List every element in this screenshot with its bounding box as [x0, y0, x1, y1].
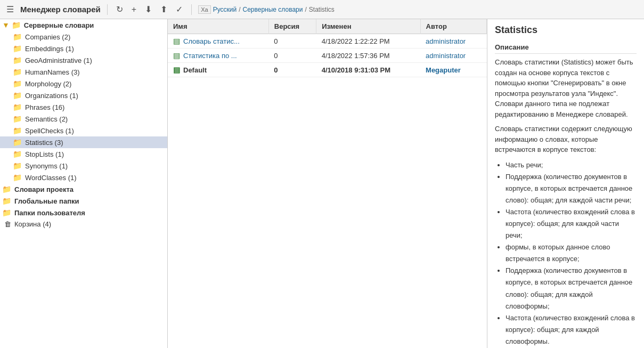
col-version: Версия: [268, 19, 316, 34]
detail-title: Statistics: [495, 25, 637, 38]
toolbar: ☰ Менеджер словарей ↻ + ⬇ ⬆ ✓ Хa Русский…: [0, 0, 644, 19]
sidebar-trash-label: Корзина (4): [14, 220, 51, 228]
detail-panel: Statistics Описание Словарь статистики (…: [487, 19, 644, 348]
col-name: Имя: [168, 19, 268, 34]
trash-icon: 🗑: [4, 220, 11, 228]
breadcrumb-sep2: /: [305, 6, 306, 13]
sidebar-item-project-dicts[interactable]: 📁 Словари проекта: [0, 183, 167, 195]
detail-list-item: Частота (количество вхождений слова в ко…: [506, 206, 637, 241]
sidebar-section-label: Серверные словари: [24, 21, 94, 29]
sidebar-item-spellchecks[interactable]: 📁SpellChecks (1): [0, 125, 167, 136]
sidebar-section-label: Глобальные папки: [14, 197, 79, 205]
sidebar-item-morphology[interactable]: 📁Morphology (2): [0, 78, 167, 90]
breadcrumb-statistics: Statistics: [309, 6, 335, 13]
sidebar-folder-label: Statistics (3): [25, 139, 63, 147]
sidebar-folder-label: Semantics (2): [25, 115, 68, 123]
detail-list-item: Поддержка (количество документов в корпу…: [506, 171, 637, 206]
detail-list-item: формы, в которых данное слово встречаетс…: [506, 241, 637, 265]
row-version: 0: [268, 34, 316, 48]
sidebar-folder-label: Companies (2): [25, 33, 70, 41]
sidebar-item-organizations[interactable]: 📁Organizations (1): [0, 90, 167, 101]
sidebar-folder-label: HumanNames (3): [25, 68, 80, 76]
folder-open-icon: ▼ 📁: [2, 21, 21, 29]
folder-icon: 📁: [13, 68, 22, 76]
sidebar-folder-label: GeoAdministrative (1): [25, 56, 92, 64]
sidebar-folder-label: Synonyms (1): [25, 162, 68, 170]
sidebar-item-server-dicts[interactable]: ▼ 📁 Серверные словари: [0, 19, 167, 31]
app-title: Менеджер словарей: [20, 5, 101, 14]
separator1: [107, 4, 108, 15]
row-name: Статистика по ...: [183, 52, 237, 60]
sidebar-item-phrases[interactable]: 📁Phrases (16): [0, 101, 167, 113]
folder-open-icon: 📁: [2, 185, 11, 193]
row-name: Default: [183, 66, 207, 74]
sidebar-item-companies[interactable]: 📁Companies (2): [0, 31, 167, 43]
sidebar-item-trash[interactable]: 🗑Корзина (4): [0, 218, 167, 230]
table-row[interactable]: ▤Статистика по ...04/18/2022 1:57:36 PMa…: [168, 48, 487, 63]
col-author: Автор: [420, 19, 486, 34]
check-icon[interactable]: ✓: [174, 3, 185, 15]
detail-list-item: Поддержка (количество документов в корпу…: [506, 265, 637, 312]
sidebar-item-synonyms[interactable]: 📁Synonyms (1): [0, 160, 167, 172]
sidebar-item-global-folders[interactable]: 📁 Глобальные папки: [0, 195, 167, 207]
detail-paragraph: Словарь статистики содержит следующую ин…: [495, 124, 637, 155]
row-dict-icon: ▤: [173, 37, 180, 45]
sidebar: ▼ 📁 Серверные словари📁Companies (2)📁Embe…: [0, 19, 168, 348]
sidebar-item-statistics[interactable]: 📁Statistics (3): [0, 136, 167, 148]
sidebar-item-semantics[interactable]: 📁Semantics (2): [0, 113, 167, 125]
folder-icon: 📁: [13, 150, 22, 158]
add-icon[interactable]: +: [129, 4, 138, 15]
detail-list-item: Частота (количество вхождений слова в ко…: [506, 312, 637, 347]
sidebar-item-humannames[interactable]: 📁HumanNames (3): [0, 66, 167, 78]
row-author: administrator: [420, 34, 486, 48]
row-version: 0: [268, 63, 316, 77]
download-icon[interactable]: ⬇: [143, 3, 154, 15]
detail-paragraph: Словарь статистики (Statistics) может бы…: [495, 57, 637, 119]
detail-section-label: Описание: [495, 43, 637, 54]
upload-icon[interactable]: ⬆: [158, 3, 169, 15]
folder-icon: 📁: [13, 115, 22, 123]
menu-icon[interactable]: ☰: [4, 3, 16, 15]
sidebar-item-user-folders[interactable]: 📁 Папки пользователя: [0, 207, 167, 218]
sidebar-section-label: Словари проекта: [14, 185, 74, 193]
sidebar-folder-label: SpellChecks (1): [25, 127, 74, 135]
row-changed: 4/10/2018 9:31:03 PM: [316, 63, 420, 77]
row-version: 0: [268, 48, 316, 63]
sidebar-folder-label: Embeddings (1): [25, 45, 74, 53]
folder-open-icon: 📁: [2, 197, 11, 205]
folder-icon: 📁: [13, 173, 22, 182]
table-row[interactable]: ▤Словарь статис...04/18/2022 1:22:22 PMa…: [168, 34, 487, 48]
folder-icon: 📁: [13, 79, 22, 88]
folder-icon: 📁: [13, 44, 22, 53]
main-layout: ▼ 📁 Серверные словари📁Companies (2)📁Embe…: [0, 19, 644, 348]
sidebar-item-geoadmin[interactable]: 📁GeoAdministrative (1): [0, 54, 167, 66]
folder-open-icon: 📁: [2, 208, 11, 217]
detail-list-item: Часть речи;: [506, 159, 637, 171]
data-table: Имя Версия Изменен Автор ▤Словарь статис…: [168, 19, 487, 77]
folder-icon: 📁: [13, 56, 22, 64]
sidebar-item-embeddings[interactable]: 📁Embeddings (1): [0, 43, 167, 54]
breadcrumb-sep1: /: [239, 6, 240, 13]
sidebar-section-label: Папки пользователя: [14, 209, 85, 217]
table-panel: Имя Версия Изменен Автор ▤Словарь статис…: [168, 19, 487, 348]
sidebar-item-stoplists[interactable]: 📁StopLists (1): [0, 148, 167, 160]
row-author: Megaputer: [420, 63, 486, 77]
table-row[interactable]: ▤Default04/10/2018 9:31:03 PMMegaputer: [168, 63, 487, 77]
lang-icon: Хa: [198, 5, 210, 14]
row-name: Словарь статис...: [183, 37, 240, 45]
sidebar-folder-label: Morphology (2): [25, 80, 71, 88]
row-dict-icon: ▤: [173, 51, 180, 60]
folder-icon: 📁: [13, 91, 22, 100]
folder-icon: 📁: [13, 103, 22, 111]
row-dict-icon: ▤: [173, 66, 180, 74]
row-changed: 4/18/2022 1:22:22 PM: [316, 34, 420, 48]
folder-icon: 📁: [13, 33, 22, 41]
sidebar-folder-label: StopLists (1): [25, 150, 64, 158]
sidebar-folder-label: Phrases (16): [25, 103, 64, 111]
sidebar-item-wordclasses[interactable]: 📁WordClasses (1): [0, 172, 167, 183]
breadcrumb-russian[interactable]: Русский: [213, 6, 237, 13]
breadcrumb-server[interactable]: Серверные словари: [243, 6, 303, 13]
refresh-icon[interactable]: ↻: [114, 3, 125, 15]
breadcrumb: Хa Русский / Серверные словари / Statist…: [198, 5, 335, 14]
folder-icon: 📁: [13, 161, 22, 170]
